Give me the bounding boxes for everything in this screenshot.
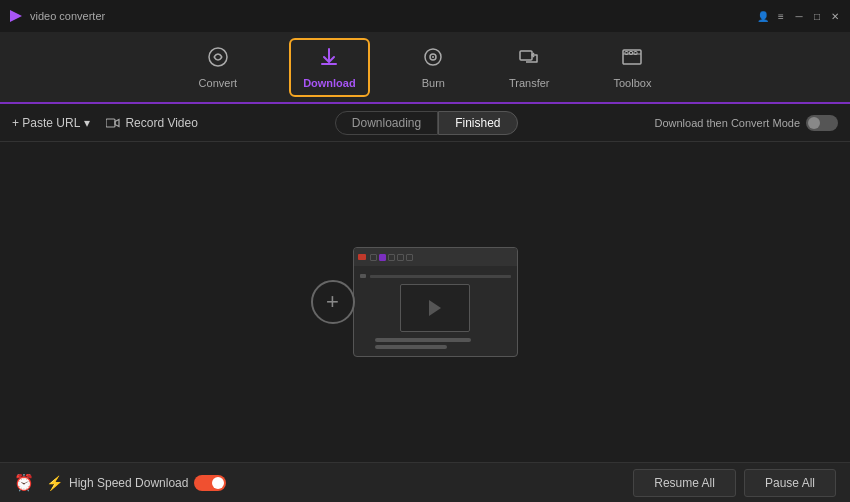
- app-title: video converter: [30, 10, 105, 22]
- browser-tab-3: [388, 254, 395, 261]
- bottom-bar: ⏰ ⚡ High Speed Download Resume All Pause…: [0, 462, 850, 502]
- play-icon: [429, 300, 441, 316]
- nav-toolbox-label: Toolbox: [613, 77, 651, 89]
- mode-toggle[interactable]: [806, 115, 838, 131]
- alarm-icon[interactable]: ⏰: [14, 473, 34, 492]
- nav-transfer[interactable]: Transfer: [497, 40, 562, 95]
- pause-all-button[interactable]: Pause All: [744, 469, 836, 497]
- browser-window-illustration: [353, 247, 518, 357]
- title-bar-controls: 👤 ≡ ─ □ ✕: [756, 9, 842, 23]
- nav-burn[interactable]: Burn: [410, 40, 457, 95]
- browser-tab-1: [370, 254, 377, 261]
- tab-group: Downloading Finished: [214, 111, 639, 135]
- nav-convert-label: Convert: [199, 77, 238, 89]
- browser-menubar: [360, 272, 511, 280]
- close-button[interactable]: ✕: [828, 9, 842, 23]
- browser-close-icon: [358, 254, 366, 260]
- burn-icon: [422, 46, 444, 73]
- speed-icon: ⚡: [46, 475, 63, 491]
- video-placeholder: [400, 284, 470, 332]
- browser-tab-2: [379, 254, 386, 261]
- text-line-1: [375, 338, 472, 342]
- mode-label: Download then Convert Mode: [654, 117, 800, 129]
- maximize-button[interactable]: □: [810, 9, 824, 23]
- menu-dot-1: [360, 274, 366, 278]
- nav-toolbox[interactable]: Toolbox: [601, 40, 663, 95]
- svg-point-1: [209, 48, 227, 66]
- record-video-button[interactable]: Record Video: [106, 116, 198, 130]
- convert-icon: [207, 46, 229, 73]
- browser-tab-5: [406, 254, 413, 261]
- svg-rect-8: [625, 51, 628, 54]
- nav-burn-label: Burn: [422, 77, 445, 89]
- nav-bar: Convert Download Burn Tran: [0, 32, 850, 104]
- download-icon: [318, 46, 340, 73]
- paste-url-dropdown-icon: ▾: [84, 116, 90, 130]
- paste-url-button[interactable]: + Paste URL ▾: [12, 116, 90, 130]
- nav-download[interactable]: Download: [289, 38, 370, 97]
- main-content: +: [0, 142, 850, 462]
- account-icon[interactable]: 👤: [756, 9, 770, 23]
- svg-rect-9: [630, 51, 633, 54]
- svg-rect-11: [106, 119, 115, 127]
- browser-tab-4: [397, 254, 404, 261]
- nav-download-label: Download: [303, 77, 356, 89]
- minimize-button[interactable]: ─: [792, 9, 806, 23]
- svg-rect-5: [520, 51, 532, 60]
- tab-finished[interactable]: Finished: [438, 111, 517, 135]
- text-lines: [375, 338, 496, 349]
- menu-line: [370, 275, 511, 278]
- record-icon: [106, 118, 120, 128]
- resume-all-button[interactable]: Resume All: [633, 469, 736, 497]
- nav-transfer-label: Transfer: [509, 77, 550, 89]
- bottom-right-buttons: Resume All Pause All: [633, 469, 836, 497]
- text-line-2: [375, 345, 447, 349]
- browser-titlebar: [354, 248, 517, 266]
- speed-toggle[interactable]: [194, 475, 226, 491]
- add-button[interactable]: +: [311, 280, 355, 324]
- tab-downloading[interactable]: Downloading: [335, 111, 438, 135]
- empty-state: +: [333, 247, 518, 357]
- record-video-label: Record Video: [125, 116, 198, 130]
- title-bar-left: video converter: [8, 8, 105, 24]
- mode-container: Download then Convert Mode: [654, 115, 838, 131]
- svg-point-4: [432, 56, 434, 58]
- browser-content: [354, 266, 517, 355]
- menu-icon[interactable]: ≡: [774, 9, 788, 23]
- svg-marker-0: [10, 10, 22, 22]
- speed-section: ⚡ High Speed Download: [46, 475, 226, 491]
- app-logo-icon: [8, 8, 24, 24]
- mode-toggle-knob: [808, 117, 820, 129]
- toolbox-icon: [621, 46, 643, 73]
- svg-rect-10: [634, 51, 637, 54]
- title-bar: video converter 👤 ≡ ─ □ ✕: [0, 0, 850, 32]
- nav-convert[interactable]: Convert: [187, 40, 250, 95]
- paste-url-label: + Paste URL: [12, 116, 80, 130]
- speed-toggle-knob: [212, 477, 224, 489]
- speed-label: High Speed Download: [69, 476, 188, 490]
- add-icon: +: [326, 289, 339, 315]
- transfer-icon: [518, 46, 540, 73]
- toolbar: + Paste URL ▾ Record Video Downloading F…: [0, 104, 850, 142]
